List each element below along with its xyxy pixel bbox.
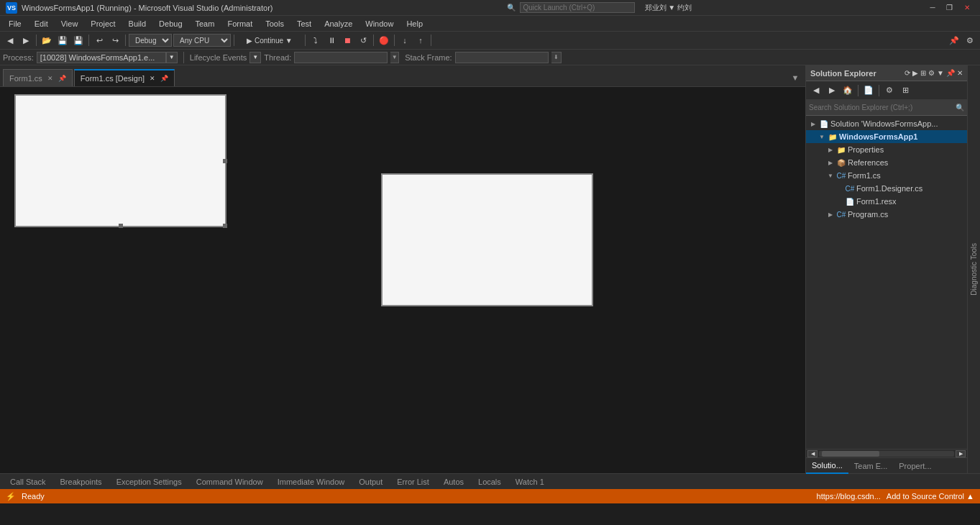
tree-item-solution[interactable]: ▶ 📄 Solution 'WindowsFormsApp... [806,117,967,130]
thread-selector[interactable] [294,52,388,63]
bottom-tab-command[interactable]: Command Window [189,474,270,490]
expand-programcs[interactable]: ▶ [826,210,835,219]
hscrollbar[interactable] [819,451,954,457]
menu-test[interactable]: Test [291,18,317,29]
minimize-button[interactable]: ─ [925,3,940,13]
menu-team[interactable]: Team [190,18,221,29]
lifecycle-dropdown-btn[interactable]: ▼ [249,52,261,63]
pin-button[interactable]: 📌 [947,33,961,47]
tree-item-form1resx[interactable]: 📄 Form1.resx [806,195,967,208]
gear-button[interactable]: ⚙ [963,33,977,47]
process-selector[interactable]: [10028] WindowsFormsApp1.e... ▼ [37,52,178,63]
resize-handle-bc[interactable] [119,224,123,228]
expand-form1cs[interactable]: ▼ [826,171,835,180]
form-window-2[interactable] [381,173,593,306]
stop-button[interactable]: ⏹ [340,33,354,47]
tree-item-form1designer[interactable]: C# Form1.Designer.cs [806,182,967,195]
scroll-left-btn[interactable]: ◀ [807,450,818,457]
menu-view[interactable]: View [55,18,84,29]
step-into-button[interactable]: ↓ [398,33,412,47]
se-dropdown-btn[interactable]: ▼ [937,69,944,77]
se-tab-properties[interactable]: Propert... [893,458,937,474]
se-tab-team[interactable]: Team E... [848,458,893,474]
se-new-solution-btn[interactable]: 📄 [861,83,876,98]
thread-filter-btn[interactable]: ▼ [390,52,399,63]
se-tab-solution[interactable]: Solutio... [806,458,848,474]
breakpoint-button[interactable]: 🔴 [377,33,391,47]
save-button[interactable]: 💾 [55,33,70,47]
cpu-config-dropdown[interactable]: Any CPU [173,34,231,47]
thread-label: Thread: [264,53,291,62]
label-solution: Solution 'WindowsFormsApp... [830,119,938,128]
se-pin-btn[interactable]: 📌 [946,69,955,77]
forward-button[interactable]: ▶ [19,33,33,47]
tab-form1-design[interactable]: Form1.cs [Design] ✕ 📌 [74,69,175,86]
expand-references[interactable]: ▶ [826,158,835,167]
expand-properties[interactable]: ▶ [826,145,835,154]
menu-file[interactable]: File [3,18,27,29]
add-source-control-btn[interactable]: Add to Source Control ▲ [887,492,974,501]
stack-frame-selector[interactable] [455,52,549,63]
resize-handle-rc[interactable] [223,159,227,163]
open-file-button[interactable]: 📂 [40,33,54,47]
restore-button[interactable]: ❐ [943,3,957,13]
menu-project[interactable]: Project [85,18,121,29]
se-new-btn[interactable]: ▶ [912,69,918,77]
expand-project[interactable]: ▼ [818,132,826,141]
redo-button[interactable]: ↪ [108,33,122,47]
tab-form1-design-close[interactable]: ✕ [147,73,157,83]
bottom-tab-autos[interactable]: Autos [436,474,471,490]
bottom-tab-breakpoints[interactable]: Breakpoints [53,474,109,490]
bottom-tab-output[interactable]: Output [352,474,390,490]
step-over-button[interactable]: ⤵ [308,33,323,47]
menu-window[interactable]: Window [360,18,399,29]
se-back-btn[interactable]: ◀ [809,83,823,98]
restart-button[interactable]: ↺ [356,33,370,47]
scroll-right-btn[interactable]: ▶ [956,450,966,457]
undo-button[interactable]: ↩ [92,33,106,47]
menu-debug[interactable]: Debug [153,18,188,29]
resize-handle-br[interactable] [223,224,227,228]
continue-button[interactable]: ▶ Continue ▼ [237,33,302,47]
tree-item-programcs[interactable]: ▶ C# Program.cs [806,208,967,221]
bottom-tab-callstack[interactable]: Call Stack [3,474,53,490]
menu-tools[interactable]: Tools [260,18,290,29]
quick-launch-input[interactable] [520,2,635,13]
se-settings-btn[interactable]: ⚙ [928,69,935,77]
tree-item-properties[interactable]: ▶ 📁 Properties [806,143,967,156]
se-home-btn[interactable]: 🏠 [841,83,855,98]
bottom-tab-locals[interactable]: Locals [471,474,508,490]
se-filter-btn[interactable]: ⊞ [920,69,926,77]
menu-help[interactable]: Help [400,18,429,29]
bottom-tab-errorlist[interactable]: Error List [390,474,436,490]
save-all-button[interactable]: 💾 [71,33,86,47]
se-forward-btn[interactable]: ▶ [825,83,839,98]
form-window-1[interactable] [14,94,226,227]
tree-item-project[interactable]: ▼ 📁 WindowsFormsApp1 [806,130,967,143]
bottom-tab-exceptions[interactable]: Exception Settings [109,474,189,490]
back-button[interactable]: ◀ [3,33,17,47]
process-dropdown-btn[interactable]: ▼ [166,52,178,63]
se-close-btn[interactable]: ✕ [957,69,963,77]
se-sync-btn[interactable]: ⟳ [905,69,910,77]
stack-frame-expand-btn[interactable]: ⬇ [551,52,562,63]
debug-config-dropdown[interactable]: Debug [129,34,172,47]
step-out-button[interactable]: ↑ [413,33,428,47]
menu-analyze[interactable]: Analyze [319,18,358,29]
bottom-tab-watch1[interactable]: Watch 1 [508,474,551,490]
menu-edit[interactable]: Edit [29,18,54,29]
se-filter2-btn[interactable]: ⊞ [898,83,912,98]
bottom-tab-immediate[interactable]: Immediate Window [270,474,352,490]
break-all-button[interactable]: ⏸ [324,33,339,47]
se-search-input[interactable] [809,104,953,111]
close-button[interactable]: ✕ [960,3,974,13]
menu-build[interactable]: Build [123,18,152,29]
tree-item-form1cs[interactable]: ▼ C# Form1.cs [806,169,967,182]
tree-item-references[interactable]: ▶ 📦 References [806,156,967,169]
expand-solution[interactable]: ▶ [809,119,818,128]
tab-form1-cs-close[interactable]: ✕ [45,73,55,83]
menu-format[interactable]: Format [221,18,258,29]
tab-form1-cs[interactable]: Form1.cs ✕ 📌 [3,69,73,86]
tab-overflow-btn[interactable]: ▼ [788,69,802,86]
se-settings2-btn[interactable]: ⚙ [882,83,897,98]
